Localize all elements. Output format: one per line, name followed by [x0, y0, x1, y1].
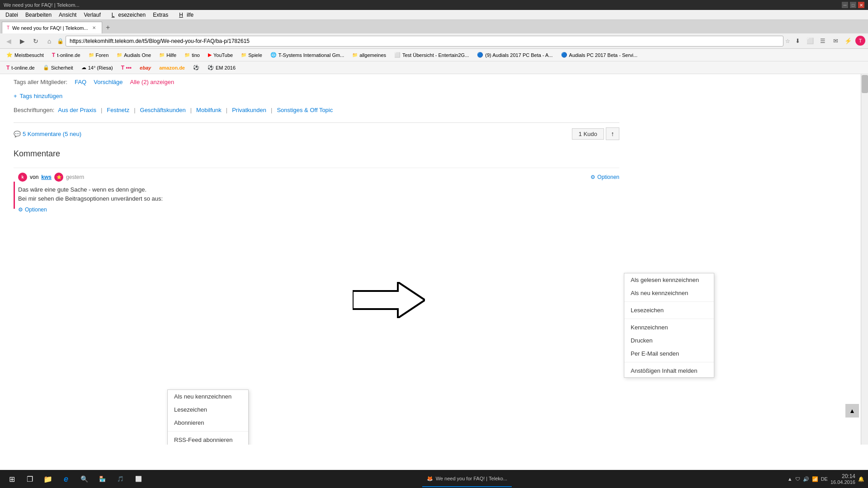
divider-1	[14, 122, 619, 123]
bookmark2-ebay[interactable]: ebay	[136, 63, 155, 73]
new-tab-button[interactable]: +	[102, 22, 114, 33]
inline-options-label[interactable]: ⚙ Optionen	[18, 206, 619, 213]
add-tag-button[interactable]: + Tags hinzufügen	[14, 93, 619, 99]
reload-button[interactable]: ↻	[30, 35, 42, 47]
home-button[interactable]: ⌂	[43, 35, 55, 47]
store-button[interactable]: 🏪	[94, 471, 110, 487]
minimize-button[interactable]: ─	[842, 2, 848, 8]
tab-favicon: T	[7, 25, 9, 30]
bookmark2-tonline[interactable]: T t-online.de	[3, 63, 38, 73]
bookmark2-soccer[interactable]: ⚽	[189, 63, 203, 73]
bookmark-allgemeines[interactable]: allgemeines	[349, 50, 390, 60]
comment-options-top[interactable]: ⚙ Optionen	[590, 174, 619, 180]
menu-bearbeiten[interactable]: Bearbeiten	[22, 10, 55, 19]
unknown-app-button[interactable]: ⬜	[130, 471, 146, 487]
rss-button[interactable]: ⚡	[843, 36, 854, 47]
file-explorer-button[interactable]: 📁	[40, 471, 56, 487]
comments-link[interactable]: 💬 5 Kommentare (5 neu)	[14, 131, 81, 137]
comment-author-link[interactable]: kws	[41, 174, 52, 180]
bookmark-audials-beta1[interactable]: 🔵 (9) Audials 2017 PC Beta - A...	[473, 50, 556, 60]
label-geschaeftskunden[interactable]: Geschäftskunden	[140, 107, 186, 113]
label-mobilfunk[interactable]: Mobilfunk	[196, 107, 222, 113]
task-view-button[interactable]: ❐	[22, 471, 38, 487]
tab-close-button[interactable]: ✕	[91, 25, 97, 31]
bookmark-audials[interactable]: Audials One	[113, 50, 155, 60]
kudo-icon-button[interactable]: ↑	[606, 127, 619, 140]
email-button[interactable]: ✉	[830, 36, 841, 47]
maximize-button[interactable]: □	[850, 2, 856, 8]
edge-button[interactable]: e	[58, 471, 74, 487]
comment-badge: ⭐	[54, 173, 63, 182]
menu-datei[interactable]: Datei	[2, 10, 22, 19]
bookmark-tonline[interactable]: T t-online.de	[48, 50, 84, 60]
close-button[interactable]: ✕	[858, 2, 864, 8]
speaker-icon[interactable]: 🔊	[803, 476, 809, 482]
label-aus-der-praxis[interactable]: Aus der Praxis	[58, 107, 96, 113]
tray-expand-icon[interactable]: ▲	[788, 476, 793, 482]
right-dropdown-item-lesezeichen[interactable]: Lesezeichen	[624, 304, 714, 317]
scroll-thumb[interactable]	[862, 75, 868, 93]
user-button[interactable]: T	[855, 36, 865, 46]
system-clock[interactable]: 20:14 16.04.2016	[830, 473, 855, 485]
taskbar-firefox-app[interactable]: 🦊 We need you for FAQ! | Teleko...	[422, 471, 512, 487]
start-button[interactable]: ⊞	[4, 471, 20, 487]
forward-button[interactable]: ▶	[16, 35, 28, 47]
right-dropdown-item-kennzeichnen[interactable]: Kennzeichnen	[624, 321, 714, 334]
tag-all-show[interactable]: Alle (2) anzeigen	[130, 79, 175, 85]
scrollbar[interactable]	[861, 74, 868, 445]
bookmark-star-icon[interactable]: ☆	[785, 38, 790, 44]
active-tab[interactable]: T We need you for FAQ! | Telekom... ✕	[2, 22, 102, 33]
bookmark2-em2016[interactable]: ⚽ EM 2016	[204, 63, 239, 73]
bookmark-tino[interactable]: tino	[181, 50, 203, 60]
menu-lesezeichen[interactable]: Lesezeichen	[104, 10, 149, 19]
bookmark-hilfe[interactable]: Hilfe	[156, 50, 180, 60]
right-dropdown-item-anstossig[interactable]: Anstößigen Inhalt melden	[624, 364, 714, 377]
bookmark2-weather[interactable]: ☁ 14° (Riesa)	[78, 63, 117, 73]
search-button[interactable]: 🔍	[76, 471, 92, 487]
label-sonstiges[interactable]: Sonstiges & Off Topic	[277, 107, 333, 113]
plus-icon: +	[14, 93, 17, 99]
taskbar-center: 🦊 We need you for FAQ! | Teleko...	[422, 471, 512, 487]
right-dropdown-item-als-neu[interactable]: Als neu kennzeichnen	[624, 286, 714, 300]
label-privatkunden[interactable]: Privatkunden	[232, 107, 266, 113]
network-icon[interactable]: 📶	[812, 476, 818, 482]
menu-ansicht[interactable]: Ansicht	[55, 10, 80, 19]
tags-label: Tags aller Mitglieder:	[14, 79, 67, 85]
tag-vorschlaege[interactable]: Vorschläge	[94, 79, 123, 85]
bookmarks-button[interactable]: ☰	[817, 36, 828, 47]
bookmark-youtube[interactable]: ▶ YouTube	[204, 50, 236, 60]
download-button[interactable]: ⬇	[792, 36, 803, 47]
arrow-graphic	[353, 282, 425, 318]
bookmark2-sicherheit[interactable]: 🔒 Sicherheit	[39, 63, 77, 73]
language-icon[interactable]: DE	[821, 476, 828, 482]
dropdown-item-rss[interactable]: RSS-Feed abonnieren	[168, 433, 248, 445]
label-festnetz[interactable]: Festnetz	[107, 107, 129, 113]
menu-hilfe[interactable]: Hilfe	[172, 10, 197, 19]
url-bar[interactable]	[66, 36, 783, 47]
notification-button[interactable]: 🔔	[858, 476, 864, 482]
menu-extras[interactable]: Extras	[149, 10, 172, 19]
bookmark2-amazon[interactable]: amazon.de	[156, 63, 189, 73]
bookmark-spiele[interactable]: Spiele	[237, 50, 266, 60]
right-dropdown-item-drucken[interactable]: Drucken	[624, 334, 714, 347]
shield-tray-icon[interactable]: 🛡	[795, 476, 800, 482]
bookmark-test-uebersicht[interactable]: ⬜ Test Übersicht - Entertain2G...	[391, 50, 472, 60]
bookmark-meistbesucht[interactable]: ⭐ Meistbesucht	[3, 50, 47, 60]
media-player-button[interactable]: 🎵	[112, 471, 128, 487]
dropdown-item-lesezeichen[interactable]: Lesezeichen	[168, 403, 248, 416]
back-button[interactable]: ◀	[3, 35, 14, 47]
kudo-button[interactable]: 1 Kudo	[572, 128, 604, 140]
comments-count: 5 Kommentare (5 neu)	[23, 131, 81, 137]
right-dropdown-item-als-gelesen[interactable]: Als gelesen kennzeichnen	[624, 273, 714, 286]
right-dropdown-item-email[interactable]: Per E-Mail senden	[624, 347, 714, 360]
scroll-top-button[interactable]: ▲	[845, 404, 859, 418]
bookmark-foren[interactable]: Foren	[85, 50, 113, 60]
bookmark-tsystems[interactable]: 🌐 T-Systems International Gm...	[267, 50, 348, 60]
cast-button[interactable]: ⬜	[805, 36, 816, 47]
dropdown-item-als-neu[interactable]: Als neu kennzeichnen	[168, 390, 248, 403]
bookmark-audials-beta2[interactable]: 🔵 Audials PC 2017 Beta - Servi...	[557, 50, 642, 60]
bookmark2-telekom[interactable]: T •••	[118, 63, 135, 73]
menu-verlauf[interactable]: Verlauf	[80, 10, 104, 19]
tag-faq[interactable]: FAQ	[75, 79, 86, 85]
dropdown-item-abonnieren[interactable]: Abonnieren	[168, 416, 248, 429]
